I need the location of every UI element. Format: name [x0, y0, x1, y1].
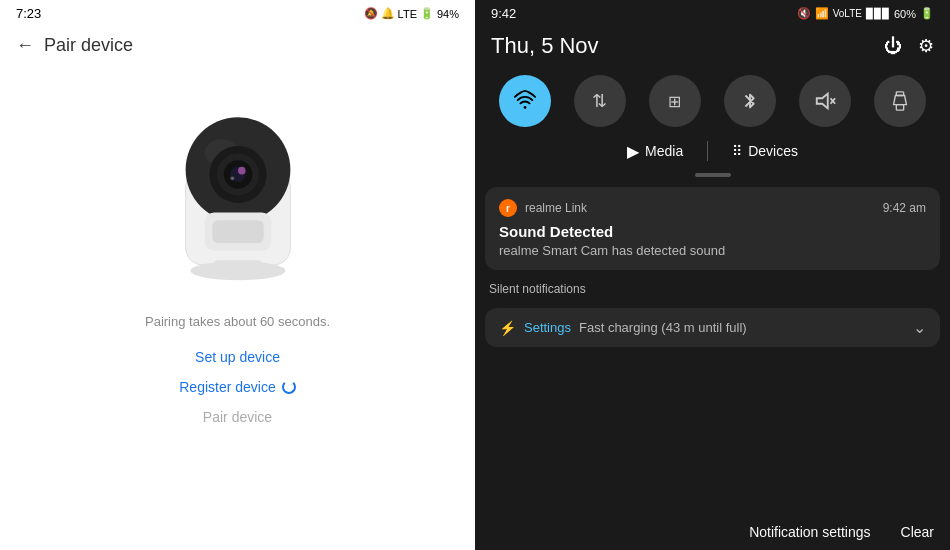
left-panel: 7:23 🔕 🔔 LTE 🔋 94% ← Pair device	[0, 0, 475, 550]
wifi-toggle[interactable]	[499, 75, 551, 127]
notif-title: Sound Detected	[499, 223, 926, 240]
silent-notification-card[interactable]: ⚡ Settings Fast charging (43 m until ful…	[485, 308, 940, 347]
left-status-bar: 7:23 🔕 🔔 LTE 🔋 94%	[0, 0, 475, 27]
wifi-status-icon: 📶	[815, 7, 829, 20]
svg-rect-2	[214, 260, 262, 273]
clear-button[interactable]: Clear	[901, 524, 934, 540]
battery-status-text: 60%	[894, 8, 916, 20]
media-button[interactable]: ▶ Media	[627, 142, 683, 161]
page-title: Pair device	[44, 35, 133, 56]
notification-settings-button[interactable]: Notification settings	[749, 524, 870, 540]
svg-point-10	[230, 176, 234, 180]
notif-body: realme Smart Cam has detected sound	[499, 243, 926, 258]
data-arrows-icon: ⇅	[592, 90, 607, 112]
pairing-text: Pairing takes about 60 seconds.	[145, 314, 330, 329]
lightning-icon: ⚡	[499, 320, 516, 336]
left-status-icons: 🔕 🔔 LTE 🔋 94%	[364, 7, 459, 20]
notification-area: r realme Link 9:42 am Sound Detected rea…	[475, 183, 950, 514]
signal-icon: LTE	[398, 8, 417, 20]
svg-rect-18	[897, 105, 904, 111]
row-divider	[707, 141, 708, 161]
notif-header: r realme Link 9:42 am	[499, 199, 926, 217]
register-device-link[interactable]: Register device	[179, 379, 296, 395]
signal-status-icon: ▉▉▉	[866, 8, 890, 19]
bottom-bar: Notification settings Clear	[475, 514, 950, 550]
lte-status-icon: VoLTE	[833, 8, 862, 19]
right-status-bar: 9:42 🔇 📶 VoLTE ▉▉▉ 60% 🔋	[475, 0, 950, 27]
svg-point-13	[523, 106, 526, 109]
battery-icon: 🔋	[420, 7, 434, 20]
right-time: 9:42	[491, 6, 516, 21]
power-button[interactable]: ⏻	[884, 36, 902, 57]
notif-time: 9:42 am	[883, 201, 926, 215]
spinner-icon	[282, 380, 296, 394]
quick-settings-row: ⇅ ⊞	[475, 69, 950, 133]
date-display: Thu, 5 Nov	[491, 33, 599, 59]
battery-pct: 94%	[437, 8, 459, 20]
pair-device-link[interactable]: Pair device	[203, 409, 272, 425]
mute-toggle[interactable]	[799, 75, 851, 127]
screen-toggle[interactable]: ⊞	[649, 75, 701, 127]
mute-status-icon: 🔇	[797, 7, 811, 20]
bluetooth-toggle[interactable]	[724, 75, 776, 127]
media-devices-row: ▶ Media ⠿ Devices	[475, 133, 950, 169]
silent-settings-link[interactable]: Settings	[524, 320, 571, 335]
back-button[interactable]: ←	[16, 35, 34, 56]
right-panel: 9:42 🔇 📶 VoLTE ▉▉▉ 60% 🔋 Thu, 5 Nov ⏻ ⚙	[475, 0, 950, 550]
alarm-icon: 🔔	[381, 7, 395, 20]
setup-device-link[interactable]: Set up device	[195, 349, 280, 365]
svg-point-9	[238, 167, 246, 175]
drag-handle[interactable]	[695, 173, 731, 177]
camera-image	[148, 84, 328, 284]
battery-status-icon: 🔋	[920, 7, 934, 20]
app-icon: r	[499, 199, 517, 217]
screenshot-icon: ⊞	[668, 92, 681, 111]
devices-button[interactable]: ⠿ Devices	[732, 143, 798, 159]
realme-link-notification[interactable]: r realme Link 9:42 am Sound Detected rea…	[485, 187, 940, 270]
date-row: Thu, 5 Nov ⏻ ⚙	[475, 27, 950, 69]
app-name: realme Link	[525, 201, 587, 215]
charging-text: Fast charging (43 m until full)	[579, 320, 905, 335]
data-toggle[interactable]: ⇅	[574, 75, 626, 127]
svg-rect-12	[212, 220, 263, 243]
mute-icon: 🔕	[364, 7, 378, 20]
play-icon: ▶	[627, 142, 639, 161]
silent-notif-label: Silent notifications	[485, 278, 940, 300]
date-icons: ⏻ ⚙	[884, 35, 934, 57]
left-time: 7:23	[16, 6, 41, 21]
left-header: ← Pair device	[0, 27, 475, 64]
devices-icon: ⠿	[732, 143, 742, 159]
expand-icon[interactable]: ⌄	[913, 318, 926, 337]
torch-toggle[interactable]	[874, 75, 926, 127]
settings-button[interactable]: ⚙	[918, 35, 934, 57]
svg-marker-14	[817, 94, 828, 109]
right-status-icons: 🔇 📶 VoLTE ▉▉▉ 60% 🔋	[797, 7, 934, 20]
